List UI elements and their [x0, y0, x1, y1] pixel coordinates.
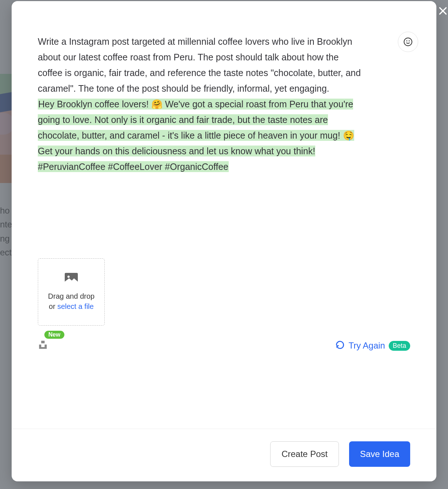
dropzone-label: Drag and drop or select a file	[48, 291, 95, 311]
try-again-label: Try Again	[348, 341, 385, 351]
svg-point-1	[407, 41, 407, 41]
svg-rect-5	[41, 341, 44, 343]
beta-badge: Beta	[389, 341, 410, 351]
create-post-button[interactable]: Create Post	[270, 441, 339, 467]
file-dropzone[interactable]: Drag and drop or select a file	[38, 258, 105, 326]
smiley-icon	[403, 37, 413, 47]
try-again-button[interactable]: Try Again Beta	[335, 340, 410, 351]
prompt-text: Write a Instagram post targeted at mille…	[38, 36, 361, 94]
image-icon	[65, 273, 78, 285]
new-badge: New	[44, 331, 64, 339]
select-file-link[interactable]: select a file	[57, 302, 94, 310]
content-editor[interactable]: Write a Instagram post targeted at mille…	[38, 34, 365, 175]
content-modal: Write a Instagram post targeted at mille…	[12, 1, 436, 481]
emoji-picker-button[interactable]	[398, 32, 418, 52]
close-icon	[438, 6, 448, 16]
svg-point-0	[404, 38, 412, 46]
close-button[interactable]	[436, 4, 448, 18]
retry-icon	[335, 340, 345, 351]
save-idea-button[interactable]: Save Idea	[349, 441, 410, 467]
modal-footer: Create Post Save Idea	[12, 429, 436, 481]
stock-image-button[interactable]: New	[38, 339, 48, 351]
modal-body: Write a Instagram post targeted at mille…	[12, 1, 436, 429]
svg-point-2	[409, 41, 409, 41]
generated-text: Hey Brooklyn coffee lovers! 🤗 We've got …	[38, 99, 354, 172]
bottom-actions-row: New Try Again Beta	[38, 339, 410, 351]
unsplash-icon	[38, 339, 48, 351]
svg-point-4	[68, 275, 70, 278]
